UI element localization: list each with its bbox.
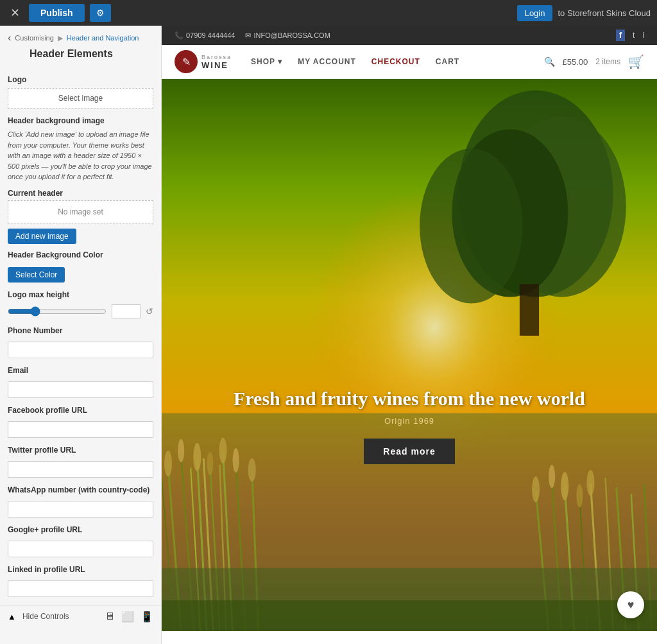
search-icon[interactable]: 🔍 — [544, 57, 555, 67]
logo-label: Logo — [8, 75, 153, 84]
instagram-icon[interactable]: i — [642, 31, 644, 40]
login-text: to Storefront Skins Cloud — [558, 8, 651, 18]
whatsapp-input[interactable] — [8, 501, 153, 518]
mobile-icon[interactable]: 📱 — [141, 611, 153, 623]
topbar-phone-number: 07909 4444444 — [186, 31, 235, 39]
facebook-icon[interactable]: f — [616, 30, 625, 41]
phone-icon: 📞 — [175, 31, 183, 40]
site-logo: ✎ Barossa WINE — [175, 50, 232, 73]
publish-button[interactable]: Publish — [29, 4, 85, 22]
nav-right: 🔍 £55.00 2 items 🛒 — [544, 54, 644, 69]
close-button[interactable]: ✕ — [6, 4, 24, 21]
tablet-icon[interactable]: ⬜ — [121, 611, 134, 623]
twitter-icon[interactable]: t — [633, 31, 635, 40]
google-plus-input[interactable] — [8, 541, 153, 557]
reset-height-button[interactable]: ↺ — [146, 306, 153, 317]
phone-label: Phone Number — [8, 326, 153, 335]
header-bg-image-label: Header background image — [8, 116, 153, 125]
heart-icon: ♥ — [627, 598, 635, 612]
logo-icon: ✎ — [182, 56, 191, 68]
twitter-input[interactable]: # — [8, 461, 153, 478]
hero-overlay — [162, 79, 657, 631]
google-plus-label: Google+ profile URL — [8, 525, 153, 534]
desktop-icon[interactable]: 🖥 — [105, 611, 115, 623]
linkedin-label: Linked in profile URL — [8, 565, 153, 574]
twitter-label: Twitter profile URL — [8, 446, 153, 455]
header-bg-color-label: Header Background Color — [8, 250, 153, 259]
phone-input[interactable]: 07909 4444444 — [8, 342, 153, 358]
cart-items-count: 2 items — [595, 57, 620, 66]
login-button[interactable]: Login — [517, 5, 553, 21]
header-bg-description: Click 'Add new image' to upload an image… — [8, 129, 153, 182]
nav-shop[interactable]: SHOP ▾ — [251, 57, 282, 66]
select-image-button[interactable]: Select image — [8, 88, 153, 109]
no-image-box: No image set — [8, 200, 153, 223]
preview-area: 📞 07909 4444444 ✉ INFO@BAROSSA.COM f t i… — [162, 26, 657, 644]
hide-controls-label[interactable]: Hide Controls — [22, 612, 69, 621]
gear-button[interactable]: ⚙ — [90, 4, 111, 22]
height-slider[interactable] — [8, 306, 107, 317]
breadcrumb-start: Customising — [15, 34, 54, 42]
nav-cart[interactable]: CART — [436, 57, 459, 66]
nav-my-account[interactable]: MY ACCOUNT — [298, 57, 356, 66]
height-input[interactable]: 51 — [112, 304, 141, 318]
logo-circle: ✎ — [175, 50, 198, 73]
email-label: Email — [8, 366, 153, 375]
cart-icon[interactable]: 🛒 — [628, 54, 644, 69]
slider-row: 51 ↺ — [8, 304, 153, 318]
bottom-bar: ▲ Hide Controls 🖥 ⬜ 📱 — [0, 605, 161, 628]
main-layout: ‹ Customising ▶ Header and Navigation He… — [0, 26, 657, 644]
email-input[interactable]: info@barossa.com — [8, 381, 153, 398]
read-more-button[interactable]: Read more — [364, 439, 454, 464]
topbar-social: f t i — [616, 30, 644, 41]
facebook-input[interactable]: # — [8, 421, 153, 438]
nav-checkout[interactable]: CHECKOUT — [371, 57, 420, 66]
hero-section: Fresh and fruity wines from the new worl… — [162, 79, 657, 631]
hero-subtitle: Origin 1969 — [162, 416, 657, 426]
cart-amount: £55.00 — [563, 57, 588, 67]
whatsapp-label: WhatsApp number (with country-code) — [8, 485, 153, 494]
email-icon: ✉ — [245, 31, 251, 40]
facebook-label: Facebook profile URL — [8, 406, 153, 415]
select-color-button[interactable]: Select Color — [8, 267, 65, 283]
linkedin-input[interactable] — [8, 580, 153, 597]
top-toolbar: ✕ Publish ⚙ Login to Storefront Skins Cl… — [0, 0, 657, 26]
panel-title: Header Elements — [0, 47, 161, 67]
login-area: Login to Storefront Skins Cloud — [517, 5, 651, 21]
site-topbar: 📞 07909 4444444 ✉ INFO@BAROSSA.COM f t i — [162, 26, 657, 45]
panel-content: Logo Select image Header background imag… — [0, 75, 161, 605]
breadcrumb-arrow: ▶ — [58, 34, 63, 42]
hero-content: Fresh and fruity wines from the new worl… — [162, 388, 657, 464]
logo-text: Barossa WINE — [201, 54, 232, 70]
current-header-label: Current header — [8, 189, 153, 198]
back-button[interactable]: ‹ — [8, 32, 11, 44]
left-panel: ‹ Customising ▶ Header and Navigation He… — [0, 26, 162, 644]
topbar-email-address: INFO@BAROSSA.COM — [253, 31, 330, 39]
site-nav: ✎ Barossa WINE SHOP ▾ MY ACCOUNT CHECKOU… — [162, 45, 657, 79]
breadcrumb-area: ‹ Customising ▶ Header and Navigation — [0, 26, 161, 47]
topbar-email: ✉ INFO@BAROSSA.COM — [245, 31, 330, 40]
breadcrumb-end[interactable]: Header and Navigation — [67, 34, 139, 42]
topbar-phone: 📞 07909 4444444 — [175, 31, 235, 40]
hide-controls-icon: ▲ — [8, 612, 16, 622]
hero-title: Fresh and fruity wines from the new worl… — [162, 388, 657, 410]
add-image-button[interactable]: Add new image — [8, 229, 76, 244]
wishlist-fab[interactable]: ♥ — [617, 591, 644, 618]
nav-items: SHOP ▾ MY ACCOUNT CHECKOUT CART — [251, 57, 459, 66]
device-icons: 🖥 ⬜ 📱 — [105, 611, 153, 623]
logo-max-height-label: Logo max height — [8, 290, 153, 299]
